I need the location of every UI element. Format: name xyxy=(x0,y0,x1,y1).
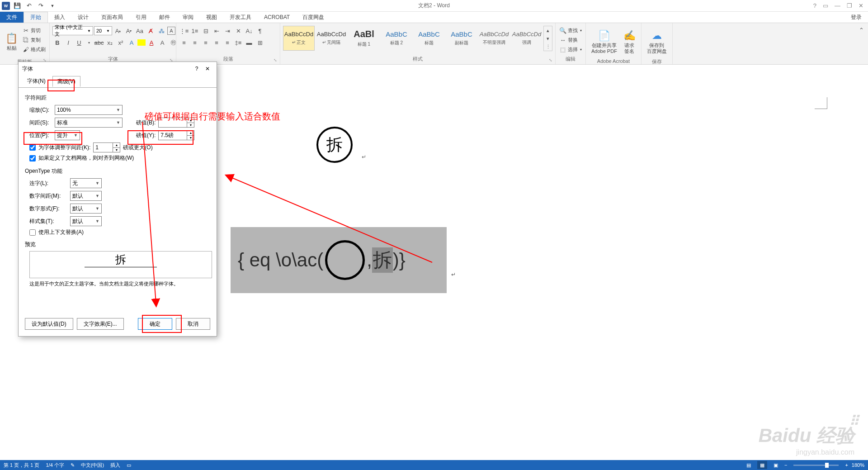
format-painter-button[interactable]: 🖌格式刷 xyxy=(21,45,47,54)
set-default-button[interactable]: 设为默认值(D) xyxy=(25,318,73,330)
kerning-checkbox[interactable] xyxy=(29,144,36,151)
style-heading1[interactable]: AaBl标题 1 xyxy=(348,26,380,51)
tab-design[interactable]: 设计 xyxy=(71,12,95,23)
style-heading2[interactable]: AaBbC标题 2 xyxy=(381,26,412,51)
superscript-icon[interactable]: x² xyxy=(116,38,126,47)
style-emphasis[interactable]: AaBbCcDd强调 xyxy=(511,26,542,51)
grid-checkbox[interactable] xyxy=(29,155,36,161)
strikethrough-icon[interactable]: abc xyxy=(94,38,104,47)
style-subtle-emphasis[interactable]: AaBbCcDd不明显强调 xyxy=(478,26,510,51)
bold-icon[interactable]: B xyxy=(52,38,62,47)
zoom-level[interactable]: 180% xyxy=(852,462,864,468)
shrink-font-icon[interactable]: A▾ xyxy=(124,26,134,36)
undo-icon[interactable]: ↶ xyxy=(24,1,33,10)
borders-icon[interactable]: ⊞ xyxy=(255,38,265,47)
login-link[interactable]: 登录 xyxy=(844,12,868,23)
close-icon[interactable]: ✕ xyxy=(859,2,863,9)
asian-layout-icon[interactable]: ✕ xyxy=(233,26,243,36)
zoom-thumb[interactable] xyxy=(825,463,829,468)
select-button[interactable]: ⬚选择▾ xyxy=(558,45,583,54)
spin-up-icon[interactable]: ▲ xyxy=(113,143,120,148)
style-subtitle[interactable]: AaBbC副标题 xyxy=(446,26,477,51)
zoom-in-icon[interactable]: + xyxy=(845,462,848,468)
view-web-icon[interactable]: ▣ xyxy=(771,461,781,469)
qat-customize-icon[interactable]: ▼ xyxy=(48,1,57,10)
tab-mailings[interactable]: 邮件 xyxy=(153,12,176,23)
view-print-icon[interactable]: ▦ xyxy=(757,461,767,469)
contextual-checkbox[interactable] xyxy=(29,229,36,236)
copy-button[interactable]: ⿻复制 xyxy=(21,35,47,44)
grow-font-icon[interactable]: A▴ xyxy=(113,26,123,36)
multilevel-icon[interactable]: ⊟ xyxy=(201,26,211,36)
paste-button[interactable]: 📋 粘贴 xyxy=(3,26,20,58)
ok-button[interactable]: 确定 xyxy=(138,318,172,330)
clear-format-icon[interactable]: A̸ xyxy=(146,26,156,36)
status-macro-icon[interactable]: ▭ xyxy=(127,462,131,468)
spacing-combo[interactable]: 标准▼ xyxy=(55,118,123,128)
redo-icon[interactable]: ↷ xyxy=(36,1,45,10)
change-case-icon[interactable]: Aa xyxy=(135,26,145,36)
underline-icon[interactable]: U xyxy=(74,38,84,47)
field-code-block[interactable]: { eq \o\ac( , 拆 )} xyxy=(231,227,447,293)
spin-down-icon[interactable]: ▼ xyxy=(113,148,120,152)
tab-acrobat[interactable]: ACROBAT xyxy=(258,12,296,23)
tab-home[interactable]: 开始 xyxy=(24,12,48,23)
font-name-combo[interactable]: 宋体 (中文正文▼ xyxy=(52,26,93,35)
position-combo[interactable]: 提升▼ xyxy=(55,130,80,140)
view-read-icon[interactable]: ▤ xyxy=(744,461,754,469)
style-no-spacing[interactable]: AaBbCcDd↵ 无间隔 xyxy=(316,26,347,51)
styles-more-icon[interactable]: ⋮ xyxy=(544,43,552,51)
style-title[interactable]: AaBbC标题 xyxy=(413,26,445,51)
shading-icon[interactable]: ▬ xyxy=(244,38,254,47)
justify-icon[interactable]: ≡ xyxy=(212,38,222,47)
spin-down-icon[interactable]: ▼ xyxy=(187,123,194,128)
request-sign-button[interactable]: ✍ 请求签名 xyxy=(621,26,638,58)
text-effects-button[interactable]: 文字效果(E)... xyxy=(77,318,124,330)
subscript-icon[interactable]: x₂ xyxy=(105,38,115,47)
spin-down-icon[interactable]: ▼ xyxy=(187,136,194,140)
tab-insert[interactable]: 插入 xyxy=(48,12,71,23)
status-spellcheck-icon[interactable]: ✎ xyxy=(71,462,75,468)
kerning-check[interactable]: 为字体调整字间距(K): 1▲▼ 磅或更大(O) xyxy=(29,142,210,152)
tab-font-n[interactable]: 字体(N) xyxy=(22,76,51,86)
styles-up-icon[interactable]: ▴ xyxy=(544,26,552,34)
minimize-icon[interactable]: — xyxy=(835,2,840,9)
status-mode[interactable]: 插入 xyxy=(110,462,120,469)
styles-launcher-icon[interactable]: ⤡ xyxy=(549,58,554,63)
distribute-icon[interactable]: ≡ xyxy=(222,38,232,47)
italic-icon[interactable]: I xyxy=(63,38,73,47)
grid-check[interactable]: 如果定义了文档网格，则对齐到网格(W) xyxy=(29,154,210,162)
tab-developer[interactable]: 开发工具 xyxy=(223,12,258,23)
ribbon-collapse-icon[interactable]: ⌃ xyxy=(856,25,866,35)
zoom-out-icon[interactable]: − xyxy=(784,462,787,468)
paragraph-launcher-icon[interactable]: ⤡ xyxy=(274,58,279,63)
tab-baidu[interactable]: 百度网盘 xyxy=(296,12,330,23)
create-pdf-button[interactable]: 📄 创建并共享Adobe PDF xyxy=(589,26,620,58)
tab-advanced[interactable]: 高级(V) xyxy=(52,76,80,87)
line-spacing-icon[interactable]: ‡≡ xyxy=(233,38,243,47)
increase-indent-icon[interactable]: ⇥ xyxy=(222,26,232,36)
position-pt-spinner[interactable]: 7.5磅▲▼ xyxy=(158,130,194,140)
scale-combo[interactable]: 100%▼ xyxy=(55,105,123,115)
num-form-combo[interactable]: 默认▼ xyxy=(70,204,102,214)
highlight-icon[interactable] xyxy=(137,39,146,46)
char-shading-icon[interactable]: A xyxy=(157,38,167,47)
font-color-icon[interactable]: A xyxy=(146,38,156,47)
tab-review[interactable]: 审阅 xyxy=(176,12,200,23)
align-center-icon[interactable]: ≡ xyxy=(190,38,200,47)
styles-down-icon[interactable]: ▾ xyxy=(544,34,552,43)
spin-up-icon[interactable]: ▲ xyxy=(187,131,194,136)
bullets-icon[interactable]: ⋮≡ xyxy=(179,26,189,36)
style-normal[interactable]: AaBbCcDd↵ 正文 xyxy=(283,26,315,51)
decrease-indent-icon[interactable]: ⇤ xyxy=(212,26,222,36)
save-netdisk-button[interactable]: ☁ 保存到百度网盘 xyxy=(644,26,670,58)
cancel-button[interactable]: 取消 xyxy=(176,318,210,330)
align-right-icon[interactable]: ≡ xyxy=(201,38,211,47)
tab-view[interactable]: 视图 xyxy=(200,12,223,23)
cut-button[interactable]: ✂剪切 xyxy=(21,26,47,35)
zoom-slider[interactable] xyxy=(793,465,839,466)
replace-button[interactable]: ↔替换 xyxy=(558,35,583,44)
show-marks-icon[interactable]: ¶ xyxy=(255,26,265,36)
ligatures-combo[interactable]: 无▼ xyxy=(70,178,102,188)
dialog-close-icon[interactable]: ✕ xyxy=(202,63,213,74)
